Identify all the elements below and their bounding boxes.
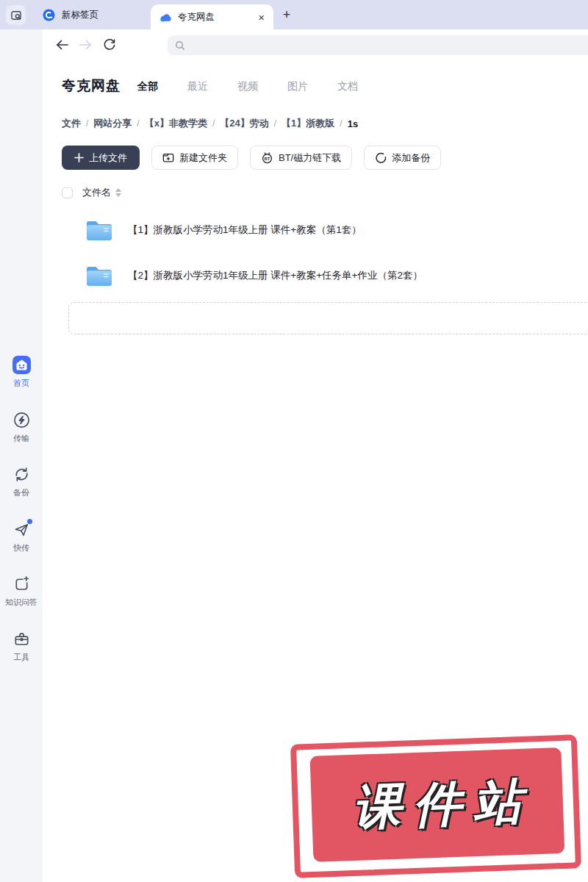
sidebar-item-label: 工具: [13, 652, 29, 663]
page-title: 夸克网盘: [62, 76, 121, 96]
close-tab-icon[interactable]: ×: [258, 12, 265, 23]
sidebar-item-label: 知识问答: [5, 597, 37, 608]
tab-video[interactable]: 视频: [237, 80, 258, 93]
breadcrumb-separator: /: [212, 118, 215, 129]
sort-icon[interactable]: [115, 188, 121, 197]
tab-all[interactable]: 全部: [137, 80, 158, 93]
file-row[interactable]: 【2】浙教版小学劳动1年级上册 课件+教案+任务单+作业（第2套）: [62, 253, 588, 298]
file-name: 【2】浙教版小学劳动1年级上册 课件+教案+任务单+作业（第2套）: [128, 269, 423, 282]
home-icon: [12, 355, 31, 374]
transfer-icon: [12, 410, 31, 429]
new-tab-button[interactable]: +: [279, 7, 295, 23]
breadcrumb-item[interactable]: 网站分享: [93, 117, 132, 130]
cloud-drive-icon: [159, 12, 172, 23]
folder-icon: [85, 265, 113, 287]
plus-icon: [74, 153, 84, 162]
folder-icon: [85, 219, 113, 242]
breadcrumb-separator: /: [340, 118, 342, 129]
new-folder-button[interactable]: 新建文件夹: [151, 146, 238, 170]
sidebar-item-label: 快传: [13, 542, 29, 553]
sidebar-item-tools[interactable]: 工具: [0, 629, 43, 663]
search-icon: [175, 40, 185, 51]
browser-tab-quark-drive[interactable]: 夸克网盘 ×: [151, 4, 273, 29]
sidebar-item-label: 备份: [13, 487, 29, 498]
select-all-checkbox[interactable]: [62, 187, 73, 198]
new-folder-label: 新建文件夹: [179, 151, 227, 165]
folder-plus-icon: [162, 152, 174, 163]
sidebar-item-home[interactable]: 首页: [0, 355, 43, 389]
quark-drive-window: 新标签页 夸克网盘 × +: [0, 0, 588, 882]
file-list-header: 文件名: [62, 186, 121, 199]
breadcrumb-item[interactable]: 【x】非教学类: [145, 117, 207, 130]
notification-badge: [27, 519, 32, 524]
tab-document[interactable]: 文档: [337, 80, 358, 93]
back-icon[interactable]: [54, 37, 69, 52]
breadcrumb-separator: /: [274, 118, 276, 129]
upload-file-label: 上传文件: [89, 151, 127, 165]
tab-search-button[interactable]: [6, 5, 26, 25]
bt-download-label: BT/磁力链下载: [279, 151, 341, 165]
tab-recent[interactable]: 最近: [187, 80, 208, 93]
browser-tab-label: 夸克网盘: [178, 11, 215, 24]
quick-send-icon: [12, 520, 31, 539]
bt-icon: BT: [261, 151, 273, 164]
sidebar-item-transfer[interactable]: 传输: [0, 410, 43, 444]
main-content: 夸克网盘 全部 最近 视频 图片 文档 文件 / 网站分享 / 【x】非教学类 …: [43, 60, 588, 882]
tab-image[interactable]: 图片: [287, 80, 308, 93]
filename-column-header: 文件名: [82, 186, 111, 199]
refresh-icon[interactable]: [102, 37, 117, 52]
quark-logo-icon: [43, 9, 55, 21]
add-backup-label: 添加备份: [392, 151, 430, 165]
svg-text:BT: BT: [265, 157, 270, 161]
sidebar-item-label: 首页: [13, 378, 29, 389]
browser-tab-new-tab-page[interactable]: 新标签页: [34, 0, 107, 29]
breadcrumb: 文件 / 网站分享 / 【x】非教学类 / 【24】劳动 / 【1】浙教版 / …: [62, 117, 358, 130]
file-row[interactable]: 【1】浙教版小学劳动1年级上册 课件+教案（第1套）: [62, 207, 588, 253]
file-name: 【1】浙教版小学劳动1年级上册 课件+教案（第1套）: [128, 223, 362, 237]
browser-tab-label: 新标签页: [62, 9, 98, 21]
filter-tabs: 全部 最近 视频 图片 文档: [137, 80, 358, 93]
tab-search-icon: [10, 10, 22, 21]
add-backup-button[interactable]: 添加备份: [364, 146, 441, 170]
sidebar-item-quick-send[interactable]: 快传: [0, 520, 43, 553]
browser-tab-bar: 新标签页 夸克网盘 × +: [0, 0, 588, 29]
breadcrumb-separator: /: [86, 118, 88, 129]
app-sidebar: 首页 传输 备份: [0, 29, 43, 882]
breadcrumb-item[interactable]: 文件: [62, 117, 81, 130]
backup-circle-icon: [375, 152, 387, 164]
empty-drop-zone: [68, 302, 588, 334]
breadcrumb-item[interactable]: 【24】劳动: [220, 117, 268, 130]
address-bar[interactable]: [168, 35, 588, 55]
address-input[interactable]: [190, 40, 588, 51]
action-buttons: 上传文件 新建文件夹 BT: [62, 146, 441, 170]
bt-magnet-download-button[interactable]: BT BT/磁力链下载: [250, 146, 352, 170]
backup-icon: [12, 465, 31, 484]
toolbox-icon: [12, 629, 31, 648]
sidebar-item-label: 传输: [13, 433, 29, 444]
breadcrumb-current: 1s: [348, 118, 358, 129]
knowledge-qa-icon: [12, 574, 31, 593]
forward-icon[interactable]: [78, 37, 93, 52]
breadcrumb-item[interactable]: 【1】浙教版: [282, 117, 334, 130]
sidebar-item-backup[interactable]: 备份: [0, 465, 43, 498]
breadcrumb-separator: /: [137, 118, 139, 129]
browser-toolbar: [43, 29, 588, 60]
upload-file-button[interactable]: 上传文件: [62, 146, 140, 170]
sidebar-item-knowledge-qa[interactable]: 知识问答: [0, 574, 43, 608]
